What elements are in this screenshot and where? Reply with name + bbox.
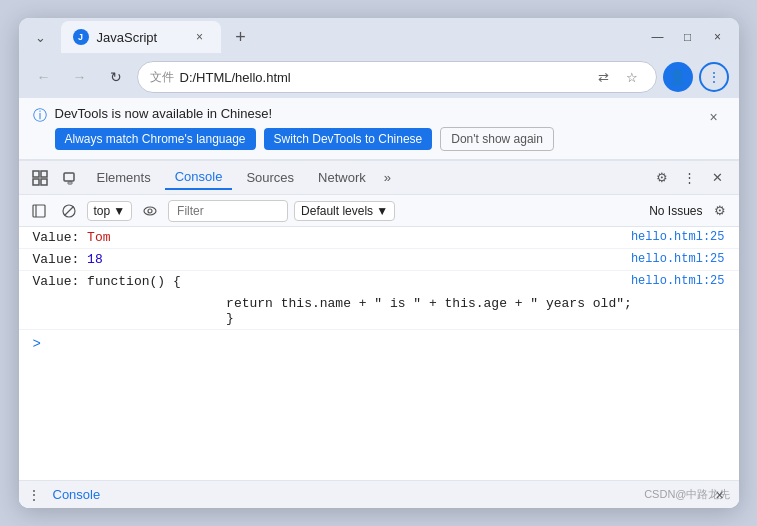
- svg-point-11: [148, 209, 152, 213]
- tab-console[interactable]: Console: [165, 165, 233, 190]
- translate-button[interactable]: ⇄: [592, 65, 616, 89]
- svg-rect-3: [41, 179, 47, 185]
- close-button[interactable]: ×: [705, 24, 731, 50]
- notification-icon: ⓘ: [33, 107, 47, 125]
- default-levels-selector[interactable]: Default levels ▼: [294, 201, 395, 221]
- sidebar-toggle-button[interactable]: [27, 199, 51, 223]
- devtools-actions: ⚙ ⋮ ✕: [649, 165, 731, 191]
- clear-icon: [62, 204, 76, 218]
- window-controls: — □ ×: [645, 24, 731, 50]
- devtools-close-button[interactable]: ✕: [705, 165, 731, 191]
- language-match-button[interactable]: Always match Chrome's language: [55, 128, 256, 150]
- title-bar: ⌄ J JavaScript × + — □ ×: [19, 18, 739, 56]
- tab-label: JavaScript: [97, 30, 183, 45]
- browser-window: ⌄ J JavaScript × + — □ × ← → ↻ 文件 D:/HTM…: [19, 18, 739, 508]
- svg-line-9: [64, 206, 73, 215]
- console-row-3-body: return this.name + " is " + this.age + "…: [33, 296, 725, 326]
- clear-console-button[interactable]: [57, 199, 81, 223]
- console-settings-button[interactable]: ⚙: [709, 200, 731, 222]
- browser-tab[interactable]: J JavaScript ×: [61, 21, 221, 53]
- inspect-icon: [32, 170, 48, 186]
- reload-button[interactable]: ↻: [101, 62, 131, 92]
- device-icon: [62, 170, 78, 186]
- bookmark-button[interactable]: ☆: [620, 65, 644, 89]
- nav-bar: ← → ↻ 文件 D:/HTML/hello.html ⇄ ☆ 👤 ⋮: [19, 56, 739, 98]
- sidebar-icon: [32, 204, 46, 218]
- tab-close-button[interactable]: ×: [191, 28, 209, 46]
- console-output: Value: Tom hello.html:25 Value: 18 hello…: [19, 227, 739, 480]
- console-row-1-link[interactable]: hello.html:25: [631, 230, 725, 244]
- console-row-2-text: Value: 18: [33, 252, 631, 267]
- console-row-2: Value: 18 hello.html:25: [19, 249, 739, 271]
- dismiss-button[interactable]: Don't show again: [440, 127, 554, 151]
- svg-rect-5: [68, 182, 72, 184]
- console-row-1: Value: Tom hello.html:25: [19, 227, 739, 249]
- devtools-toolbar: Elements Console Sources Network » ⚙ ⋮ ✕: [19, 161, 739, 195]
- bottom-bar-close-button[interactable]: ×: [709, 484, 731, 506]
- switch-chinese-button[interactable]: Switch DevTools to Chinese: [264, 128, 433, 150]
- tab-favicon: J: [73, 29, 89, 45]
- address-url: D:/HTML/hello.html: [180, 70, 586, 85]
- menu-button[interactable]: ⋮: [699, 62, 729, 92]
- svg-rect-1: [41, 171, 47, 177]
- address-bar[interactable]: 文件 D:/HTML/hello.html ⇄ ☆: [137, 61, 657, 93]
- tab-list-button[interactable]: ⌄: [27, 23, 55, 51]
- context-label: top: [94, 204, 111, 218]
- address-actions: ⇄ ☆: [592, 65, 644, 89]
- forward-button[interactable]: →: [65, 62, 95, 92]
- svg-rect-4: [64, 173, 74, 181]
- default-levels-label: Default levels: [301, 204, 373, 218]
- maximize-button[interactable]: □: [675, 24, 701, 50]
- no-issues-label: No Issues: [649, 204, 702, 218]
- more-tabs-button[interactable]: »: [380, 166, 395, 189]
- context-selector[interactable]: top ▼: [87, 201, 133, 221]
- tab-network[interactable]: Network: [308, 166, 376, 189]
- minimize-button[interactable]: —: [645, 24, 671, 50]
- tab-sources[interactable]: Sources: [236, 166, 304, 189]
- console-row-3: Value: function() { hello.html:25 return…: [19, 271, 739, 330]
- tab-elements[interactable]: Elements: [87, 166, 161, 189]
- notification-bar: ⓘ DevTools is now available in Chinese! …: [19, 98, 739, 160]
- console-toolbar: top ▼ Default levels ▼ No Issues ⚙: [19, 195, 739, 227]
- devtools-settings-button[interactable]: ⚙: [649, 165, 675, 191]
- device-toolbar-button[interactable]: [57, 165, 83, 191]
- bottom-bar-menu-icon[interactable]: ⋮: [27, 487, 41, 503]
- console-prompt[interactable]: >: [19, 330, 739, 358]
- console-row-1-text: Value: Tom: [33, 230, 631, 245]
- console-row-2-link[interactable]: hello.html:25: [631, 252, 725, 266]
- context-dropdown-icon: ▼: [113, 204, 125, 218]
- default-levels-icon: ▼: [376, 204, 388, 218]
- eye-icon: [143, 204, 157, 218]
- notification-content: DevTools is now available in Chinese! Al…: [55, 106, 695, 151]
- new-tab-button[interactable]: +: [227, 23, 255, 51]
- notification-text: DevTools is now available in Chinese!: [55, 106, 695, 121]
- inspect-element-button[interactable]: [27, 165, 53, 191]
- console-row-3-text: Value: function() {: [33, 274, 631, 289]
- notification-buttons: Always match Chrome's language Switch De…: [55, 127, 695, 151]
- notification-close-button[interactable]: ×: [703, 106, 725, 128]
- bottom-bar-console-tab[interactable]: Console: [47, 487, 107, 502]
- devtools-more-button[interactable]: ⋮: [677, 165, 703, 191]
- svg-rect-2: [33, 179, 39, 185]
- devtools-panel: Elements Console Sources Network » ⚙ ⋮ ✕: [19, 160, 739, 508]
- svg-rect-6: [33, 205, 45, 217]
- console-row-3-link[interactable]: hello.html:25: [631, 274, 725, 288]
- svg-rect-0: [33, 171, 39, 177]
- page-area: ⓘ DevTools is now available in Chinese! …: [19, 98, 739, 508]
- profile-button[interactable]: 👤: [663, 62, 693, 92]
- eye-button[interactable]: [138, 199, 162, 223]
- filter-input[interactable]: [168, 200, 288, 222]
- devtools-bottom-bar: ⋮ Console ×: [19, 480, 739, 508]
- svg-point-10: [144, 207, 156, 215]
- back-button[interactable]: ←: [29, 62, 59, 92]
- address-scheme: 文件: [150, 69, 174, 86]
